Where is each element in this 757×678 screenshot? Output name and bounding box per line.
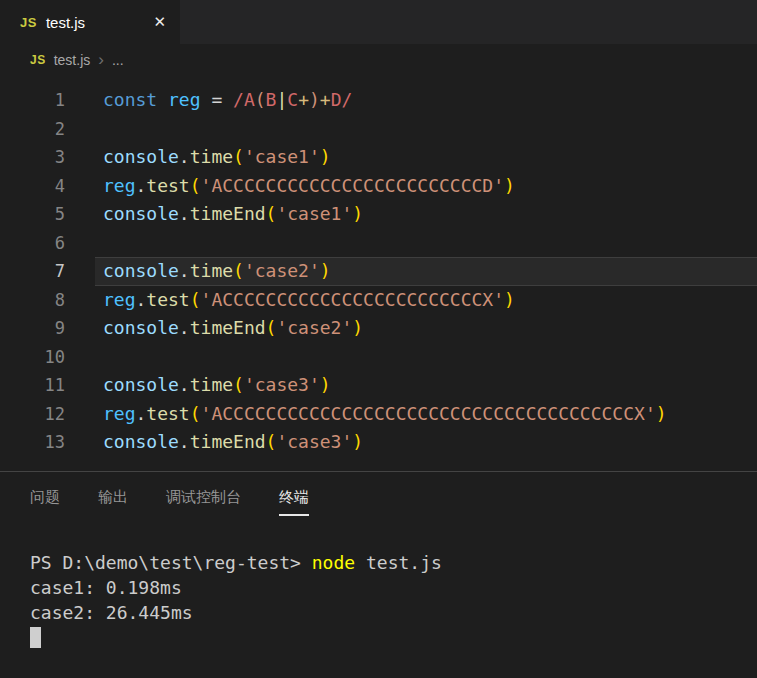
code-line[interactable]: 6 — [0, 229, 757, 258]
code-line[interactable]: 7console.time('case2') — [0, 257, 757, 286]
code-token: timeEnd — [190, 317, 266, 338]
code-token: /A — [233, 89, 255, 110]
vscode-window: JS test.js ✕ JS test.js › ... 1const reg… — [0, 0, 757, 678]
code-token: console — [103, 431, 179, 452]
terminal-text: case1: 0.198ms — [30, 577, 182, 598]
code-line[interactable]: 1const reg = /A(B|C+)+D/ — [0, 86, 757, 115]
editor-tab-bar: JS test.js ✕ — [0, 0, 757, 44]
line-number[interactable]: 4 — [0, 172, 95, 201]
code-text: console.time('case2') — [95, 257, 757, 286]
code-line[interactable]: 8reg.test('ACCCCCCCCCCCCCCCCCCCCCCCCX') — [0, 286, 757, 315]
code-text: const reg = /A(B|C+)+D/ — [95, 86, 757, 115]
breadcrumb-file[interactable]: test.js — [54, 52, 91, 68]
code-token: + — [320, 89, 331, 110]
code-token: const — [103, 89, 168, 110]
code-token: . — [179, 317, 190, 338]
code-token: timeEnd — [190, 431, 266, 452]
terminal-text: case2: 26.445ms — [30, 602, 193, 623]
code-token: ) — [504, 289, 515, 310]
code-text: reg.test('ACCCCCCCCCCCCCCCCCCCCCCCCX') — [95, 286, 757, 315]
panel-tab-debug-console[interactable]: 调试控制台 — [166, 488, 241, 516]
breadcrumb: JS test.js › ... — [0, 44, 757, 76]
code-token: time — [190, 374, 233, 395]
line-number[interactable]: 5 — [0, 200, 95, 229]
code-token: ( — [266, 317, 277, 338]
code-line[interactable]: 10 — [0, 343, 757, 372]
code-text: console.timeEnd('case3') — [95, 428, 757, 457]
code-token: 'case3' — [244, 374, 320, 395]
line-number[interactable]: 1 — [0, 86, 95, 115]
code-token: . — [179, 374, 190, 395]
code-token: 'ACCCCCCCCCCCCCCCCCCCCCCCCX' — [201, 289, 504, 310]
code-line[interactable]: 2 — [0, 115, 757, 144]
code-token: time — [190, 146, 233, 167]
code-token: ) — [320, 260, 331, 281]
code-text — [95, 229, 757, 258]
code-token: reg — [168, 89, 201, 110]
panel-tab-output[interactable]: 输出 — [98, 488, 128, 516]
line-number[interactable]: 11 — [0, 371, 95, 400]
terminal-text: test.js — [355, 552, 442, 573]
breadcrumb-ellipsis[interactable]: ... — [112, 52, 124, 68]
line-number[interactable]: 8 — [0, 286, 95, 315]
tab-testjs[interactable]: JS test.js ✕ — [0, 0, 180, 44]
code-token: . — [179, 260, 190, 281]
code-token: ) — [320, 374, 331, 395]
panel-tab-problems[interactable]: 问题 — [30, 488, 60, 516]
code-token: ( — [233, 374, 244, 395]
code-token: ( — [190, 289, 201, 310]
code-token: 'case1' — [244, 146, 320, 167]
code-token: ( — [190, 403, 201, 424]
code-text: console.time('case3') — [95, 371, 757, 400]
bottom-panel: 问题输出调试控制台终端 PS D:\demo\test\reg-test> no… — [0, 471, 757, 677]
code-token: 'case3' — [276, 431, 352, 452]
line-number[interactable]: 6 — [0, 229, 95, 258]
code-token: console — [103, 260, 179, 281]
terminal-output[interactable]: PS D:\demo\test\reg-test> node test.jsca… — [0, 550, 757, 648]
terminal-line: case1: 0.198ms — [30, 575, 757, 600]
panel-tab-bar: 问题输出调试控制台终端 — [0, 488, 757, 516]
panel-tab-terminal[interactable]: 终端 — [279, 488, 309, 516]
code-text: console.time('case1') — [95, 143, 757, 172]
code-token: console — [103, 317, 179, 338]
code-token: + — [298, 89, 309, 110]
code-line[interactable]: 4reg.test('ACCCCCCCCCCCCCCCCCCCCCCCCD') — [0, 172, 757, 201]
code-token: = — [201, 89, 234, 110]
code-token: ) — [320, 146, 331, 167]
code-token: console — [103, 203, 179, 224]
code-token: ( — [266, 431, 277, 452]
line-number[interactable]: 9 — [0, 314, 95, 343]
line-number[interactable]: 2 — [0, 115, 95, 144]
code-text: console.timeEnd('case1') — [95, 200, 757, 229]
code-token: . — [179, 431, 190, 452]
code-line[interactable]: 11console.time('case3') — [0, 371, 757, 400]
code-text: reg.test('ACCCCCCCCCCCCCCCCCCCCCCCCCCCCC… — [95, 400, 757, 429]
code-token: ) — [352, 431, 363, 452]
code-token: ( — [255, 89, 266, 110]
code-editor[interactable]: 1const reg = /A(B|C+)+D/23console.time('… — [0, 76, 757, 471]
line-number[interactable]: 13 — [0, 428, 95, 457]
line-number[interactable]: 3 — [0, 143, 95, 172]
code-token: ) — [352, 203, 363, 224]
code-token: console — [103, 374, 179, 395]
code-line[interactable]: 5console.timeEnd('case1') — [0, 200, 757, 229]
terminal-command: node — [312, 552, 355, 573]
code-token: ( — [233, 260, 244, 281]
code-line[interactable]: 3console.time('case1') — [0, 143, 757, 172]
code-line[interactable]: 9console.timeEnd('case2') — [0, 314, 757, 343]
code-token: timeEnd — [190, 203, 266, 224]
code-token: ) — [656, 403, 667, 424]
close-icon[interactable]: ✕ — [153, 13, 166, 31]
line-number[interactable]: 7 — [0, 257, 95, 286]
code-text: reg.test('ACCCCCCCCCCCCCCCCCCCCCCCCD') — [95, 172, 757, 201]
terminal-line: case2: 26.445ms — [30, 600, 757, 625]
code-line[interactable]: 13console.timeEnd('case3') — [0, 428, 757, 457]
code-token: ) — [504, 175, 515, 196]
code-token: C — [287, 89, 298, 110]
line-number[interactable]: 10 — [0, 343, 95, 372]
terminal-text: PS D:\demo\test\reg-test> — [30, 552, 312, 573]
code-token: ) — [309, 89, 320, 110]
line-number[interactable]: 12 — [0, 400, 95, 429]
code-line[interactable]: 12reg.test('ACCCCCCCCCCCCCCCCCCCCCCCCCCC… — [0, 400, 757, 429]
code-token: reg — [103, 289, 136, 310]
